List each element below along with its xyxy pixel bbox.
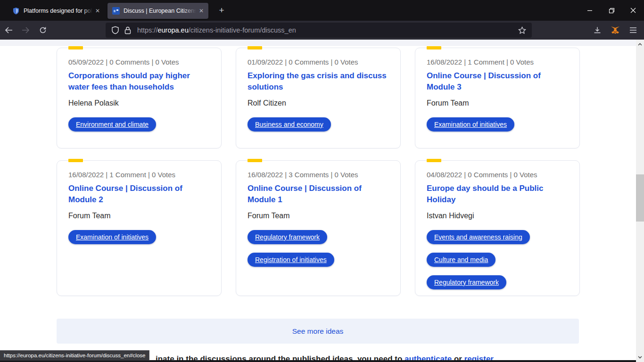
card-accent-bar (68, 159, 83, 162)
restore-icon (609, 8, 615, 14)
tag-list: Examination of initiatives (68, 230, 210, 244)
browser-window: Platforms designed for politics ✕ Discus… (0, 0, 644, 362)
idea-card: 16/08/2022 | 3 Comments | 0 Votes Online… (236, 160, 401, 296)
metamask-fox-icon (611, 26, 620, 34)
tab-platforms-politics[interactable]: Platforms designed for politics ✕ (8, 3, 105, 19)
idea-author: Forum Team (427, 99, 568, 107)
idea-card: 16/08/2022 | 1 Comment | 0 Votes Online … (415, 48, 580, 148)
card-accent-bar (248, 46, 262, 49)
tab-close-icon[interactable]: ✕ (199, 8, 204, 14)
card-meta: 05/09/2022 | 0 Comments | 0 Votes (68, 58, 210, 66)
card-meta: 01/09/2022 | 0 Comments | 0 Votes (248, 58, 389, 66)
idea-title-link[interactable]: Online Course | Discussion of Module 1 (248, 183, 389, 206)
idea-card: 05/09/2022 | 0 Comments | 0 Votes Corpor… (57, 48, 222, 148)
idea-title-link[interactable]: Exploring the gas crisis and discuss sol… (248, 70, 389, 93)
card-accent-bar (248, 159, 262, 162)
forward-arrow-icon (22, 27, 30, 33)
tag-pill[interactable]: Regulatory framework (427, 275, 506, 289)
tag-list: Environment and climate (68, 117, 210, 132)
scroll-up-arrow-icon[interactable] (636, 41, 644, 48)
idea-card: 04/08/2022 | 0 Comments | 0 Votes Europe… (415, 160, 580, 296)
idea-card: 01/09/2022 | 0 Comments | 0 Votes Explor… (236, 48, 401, 148)
menu-button[interactable] (626, 23, 640, 37)
reload-button[interactable] (35, 23, 51, 37)
scrollbar-thumb[interactable] (636, 174, 644, 222)
lock-icon[interactable] (124, 26, 131, 34)
tab-close-icon[interactable]: ✕ (95, 8, 100, 14)
reload-icon (39, 26, 47, 34)
tag-pill[interactable]: Business and economy (248, 117, 331, 132)
hamburger-menu-icon (629, 27, 637, 33)
card-accent-bar (68, 46, 83, 49)
ideas-grid: 05/09/2022 | 0 Comments | 0 Votes Corpor… (57, 48, 580, 296)
toolbar-right-icons (590, 23, 644, 37)
forward-button[interactable] (18, 23, 34, 37)
idea-title-link[interactable]: Europe day should be a Public Holiday (427, 183, 568, 206)
url-bar[interactable]: https://europa.eu/citizens-initiative-fo… (106, 23, 532, 38)
idea-title-link[interactable]: Online Course | Discussion of Module 3 (427, 70, 568, 93)
idea-card: 16/08/2022 | 1 Comment | 0 Votes Online … (57, 160, 222, 296)
downloads-button[interactable] (590, 23, 604, 37)
tracking-shield-icon[interactable] (111, 26, 119, 34)
minimize-button[interactable] (579, 0, 601, 21)
idea-title-link[interactable]: Corporations should pay higher water fee… (68, 70, 210, 93)
close-window-icon (630, 8, 636, 13)
url-text[interactable]: https://europa.eu/citizens-initiative-fo… (137, 26, 514, 34)
tag-list: Regulatory framework Registration of ini… (248, 230, 389, 267)
card-meta: 16/08/2022 | 3 Comments | 0 Votes (248, 171, 389, 179)
tag-pill[interactable]: Examination of initiatives (427, 117, 514, 132)
tag-pill[interactable]: Events and awareness raising (427, 230, 530, 244)
tag-list: Events and awareness raising Culture and… (427, 230, 568, 289)
scroll-down-arrow-icon[interactable] (636, 354, 644, 361)
metamask-extension-button[interactable] (608, 23, 622, 37)
back-arrow-icon (5, 27, 13, 33)
tag-list: Business and economy (248, 117, 389, 132)
tag-pill[interactable]: Registration of initiatives (248, 253, 334, 267)
window-controls (579, 0, 644, 21)
card-meta: 16/08/2022 | 1 Comment | 0 Votes (427, 58, 568, 66)
tag-pill[interactable]: Regulatory framework (248, 230, 327, 244)
tab-title: Platforms designed for politics (24, 8, 92, 14)
see-more-banner[interactable]: See more ideas (57, 319, 579, 344)
idea-author: Forum Team (68, 212, 210, 220)
tag-list: Examination of initiatives (427, 117, 568, 132)
link-status-bar: https://europa.eu/citizens-initiative-fo… (0, 350, 149, 361)
tag-pill[interactable]: Examination of initiatives (68, 230, 156, 244)
eci-forum-favicon-icon (112, 7, 120, 15)
idea-title-link[interactable]: Online Course | Discussion of Module 2 (68, 183, 210, 206)
restore-button[interactable] (601, 0, 622, 21)
back-button[interactable] (1, 23, 17, 37)
tag-pill[interactable]: Environment and climate (68, 117, 156, 132)
close-window-button[interactable] (622, 0, 644, 21)
top-section-edge (0, 40, 636, 46)
new-tab-button[interactable]: + (215, 4, 228, 17)
card-meta: 16/08/2022 | 1 Comment | 0 Votes (68, 171, 210, 179)
bookmark-star-button[interactable] (518, 26, 526, 34)
page-content: 05/09/2022 | 0 Comments | 0 Votes Corpor… (0, 40, 644, 362)
url-protocol: https:// (137, 26, 158, 34)
tab-eci-discuss[interactable]: Discuss | European Citizens’ Initi ✕ (107, 3, 208, 19)
url-domain: europa.eu (157, 26, 188, 34)
card-meta: 04/08/2022 | 0 Comments | 0 Votes (427, 171, 568, 179)
idea-author: Forum Team (248, 212, 389, 220)
star-icon (518, 26, 526, 34)
idea-author: Helena Polasik (68, 99, 210, 107)
navigation-toolbar: https://europa.eu/citizens-initiative-fo… (0, 21, 644, 40)
url-path: /citizens-initiative-forum/discuss_en (189, 26, 296, 34)
tag-pill[interactable]: Culture and media (427, 253, 495, 267)
tab-bar: Platforms designed for politics ✕ Discus… (0, 0, 644, 21)
idea-author: Rolf Citizen (248, 99, 389, 107)
see-more-link[interactable]: See more ideas (292, 327, 344, 336)
download-icon (594, 26, 601, 34)
minimize-icon (587, 8, 593, 13)
page-scrollbar[interactable] (636, 40, 644, 362)
idea-author: Istvan Hidvegi (427, 212, 568, 220)
shield-favicon-icon (12, 7, 20, 15)
card-accent-bar (427, 46, 441, 49)
card-accent-bar (427, 159, 441, 162)
tab-title: Discuss | European Citizens’ Initi (124, 8, 196, 14)
